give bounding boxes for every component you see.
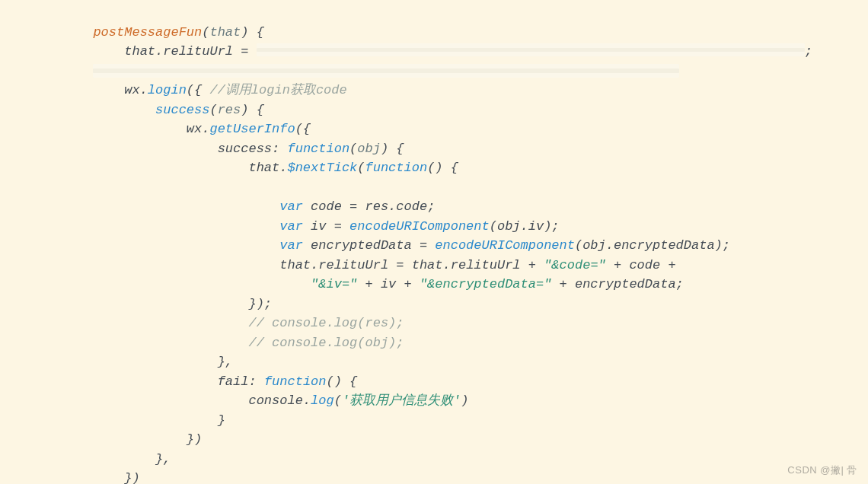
redacted <box>257 43 805 56</box>
redacted-line <box>93 64 679 78</box>
fn-name: postMessageFun <box>93 25 202 40</box>
code-block: postMessageFun(that) { that.relituUrl = … <box>0 0 868 484</box>
watermark: CSDN @撇| 骨 <box>787 460 857 480</box>
